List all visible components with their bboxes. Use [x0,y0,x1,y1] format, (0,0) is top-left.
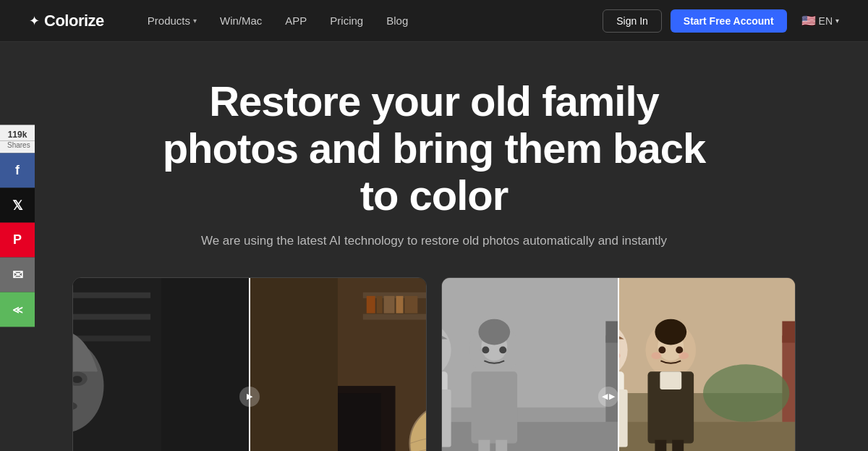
svg-rect-3 [73,314,150,320]
svg-rect-29 [367,296,375,313]
svg-rect-68 [618,422,795,451]
svg-rect-69 [782,335,795,421]
nav-blog[interactable]: Blog [386,14,408,27]
navbar: ✦ Colorize Products ▾ Win/Mac APP Pricin… [0,0,868,42]
email-share-button[interactable]: ✉ [0,257,35,292]
chevron-right-icon: ▶ [247,392,252,401]
share-count: 119k [0,125,35,140]
share-label: Shares [0,140,35,153]
pinterest-icon: P [13,232,22,248]
signin-button[interactable]: Sign In [603,9,662,33]
einstein-comparison-card: ▶ [72,277,427,451]
svg-point-85 [655,319,686,345]
main-content: Restore your old family photos and bring… [0,42,868,451]
svg-rect-52 [442,389,451,447]
svg-rect-28 [363,314,426,320]
chevron-right-icon-2: ▶ [609,392,615,401]
svg-point-63 [482,346,489,353]
einstein-comparison-container[interactable]: ▶ [73,278,426,451]
comparison-divider [249,278,250,451]
logo[interactable]: ✦ Colorize [29,12,104,30]
photo-cards: ▶ [29,277,839,451]
svg-rect-4 [73,335,150,341]
logo-star-icon: ✦ [29,13,40,29]
generic-share-button[interactable]: ≪ [0,292,35,326]
einstein-bw-side [73,278,250,451]
svg-rect-87 [660,371,681,389]
start-free-account-button[interactable]: Start Free Account [671,9,787,33]
svg-point-64 [499,346,506,353]
svg-point-92 [651,352,661,359]
comparison-handle[interactable]: ▶ [239,387,260,407]
nav-actions: Sign In Start Free Account 🇺🇸 EN ▾ [603,9,839,33]
svg-rect-60 [471,371,517,443]
svg-point-90 [658,346,665,353]
svg-rect-76 [618,389,628,447]
facebook-icon: f [15,163,20,178]
svg-rect-88 [655,439,666,451]
svg-point-59 [478,319,510,345]
lang-label: EN [819,15,833,27]
children-comparison-divider [618,278,619,451]
einstein-color-side [250,278,426,451]
nav-pricing[interactable]: Pricing [330,14,363,27]
flag-icon: 🇺🇸 [801,14,816,28]
logo-text: Colorize [44,12,104,30]
svg-rect-46 [442,422,618,451]
email-icon: ✉ [12,266,23,282]
svg-rect-62 [495,439,507,451]
children-bw-side [442,278,618,451]
nav-products[interactable]: Products ▾ [148,14,197,27]
svg-rect-32 [396,296,404,313]
share-icon: ≪ [12,303,23,315]
language-selector[interactable]: 🇺🇸 EN ▾ [801,14,839,28]
lang-chevron-icon: ▾ [835,17,839,25]
svg-rect-30 [377,296,383,313]
chevron-left-icon: ◀ [602,392,608,401]
svg-rect-33 [404,296,417,313]
svg-rect-70 [782,321,795,342]
svg-rect-61 [478,439,490,451]
hero-subtitle: We are using the latest AI technology to… [29,234,839,248]
chevron-down-icon: ▾ [193,17,197,25]
social-share-sidebar: 119k Shares f 𝕏 P ✉ ≪ [0,125,35,326]
children-comparison-container[interactable]: ◀ ▶ [442,278,795,451]
pinterest-share-button[interactable]: P [0,222,35,257]
twitter-icon: 𝕏 [12,197,23,213]
svg-rect-45 [442,278,618,408]
svg-rect-43 [338,393,381,451]
svg-rect-2 [73,292,150,298]
svg-rect-47 [605,335,618,421]
twitter-share-button[interactable]: 𝕏 [0,187,35,222]
children-color-side [618,278,795,451]
hero-title: Restore your old family photos and bring… [159,78,709,219]
nav-app[interactable]: APP [285,14,307,27]
svg-point-71 [703,364,789,422]
svg-point-93 [678,352,689,359]
children-comparison-handle[interactable]: ◀ ▶ [598,387,618,407]
children-comparison-card: ◀ ▶ [441,277,796,451]
facebook-share-button[interactable]: f [0,153,35,187]
svg-rect-31 [384,296,395,313]
svg-rect-48 [605,321,618,342]
svg-rect-89 [672,439,684,451]
nav-winmac[interactable]: Win/Mac [220,14,262,27]
nav-links: Products ▾ Win/Mac APP Pricing Blog [148,14,603,27]
